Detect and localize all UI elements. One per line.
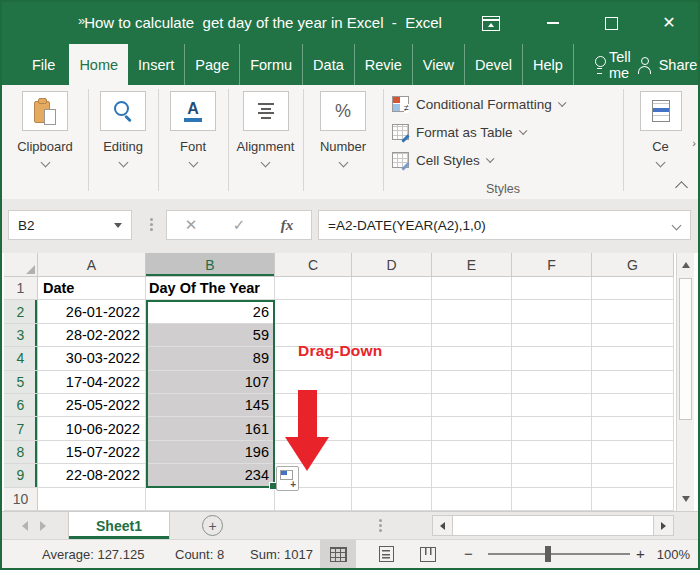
insert-function-button[interactable]: fx [281, 217, 294, 234]
cell-a3[interactable]: 28-02-2022 [38, 324, 146, 347]
cell[interactable] [512, 394, 592, 417]
enter-entry-button[interactable]: ✓ [233, 216, 246, 234]
menu-tab-help[interactable]: Help [522, 44, 574, 85]
cell[interactable] [275, 488, 352, 511]
row-header-5[interactable]: 5 [4, 371, 38, 394]
cell[interactable] [432, 488, 512, 511]
cell[interactable] [352, 464, 432, 487]
cell[interactable] [432, 464, 512, 487]
vertical-scroll-thumb[interactable] [679, 278, 692, 420]
column-header-a[interactable]: A [38, 253, 146, 277]
page-layout-view-button[interactable] [368, 540, 404, 568]
horizontal-scroll-thumb[interactable] [452, 516, 654, 535]
sheet-tab-sheet1[interactable]: Sheet1 [68, 512, 170, 539]
cell[interactable] [592, 371, 674, 394]
column-header-f[interactable]: F [512, 253, 592, 277]
zoom-slider-thumb[interactable] [545, 546, 551, 562]
cell[interactable] [592, 464, 674, 487]
cell[interactable] [512, 300, 592, 323]
zoom-slider[interactable] [488, 553, 630, 555]
cell-a9[interactable]: 22-08-2022 [38, 464, 146, 487]
cell[interactable] [432, 394, 512, 417]
expand-formula-bar-icon[interactable] [672, 221, 682, 231]
cell-a1[interactable]: Date [38, 277, 146, 300]
menu-tab-view[interactable]: View [412, 44, 464, 85]
menu-tab-data[interactable]: Data [302, 44, 354, 85]
cell-b9[interactable]: 234 [146, 464, 275, 487]
page-break-view-button[interactable] [410, 540, 446, 568]
ribbon-group-clipboard[interactable]: Clipboard [2, 85, 88, 199]
conditional-formatting-button[interactable]: ≠ Conditional Formatting [392, 94, 563, 114]
next-sheet-button[interactable] [40, 521, 46, 531]
scroll-up-button[interactable] [677, 255, 694, 275]
cell[interactable] [352, 441, 432, 464]
cell[interactable] [352, 277, 432, 300]
cell[interactable] [432, 300, 512, 323]
row-header-3[interactable]: 3 [4, 324, 38, 347]
zoom-level[interactable]: 100% [644, 547, 690, 562]
cell[interactable] [432, 371, 512, 394]
cell[interactable] [592, 347, 674, 370]
vertical-scrollbar[interactable] [676, 253, 694, 511]
row-header-9[interactable]: 9 [4, 464, 38, 487]
formula-input[interactable]: =A2-DATE(YEAR(A2),1,0) [318, 210, 691, 240]
menu-tab-formulas[interactable]: Formu [239, 44, 302, 85]
add-sheet-button[interactable]: + [202, 515, 223, 536]
cell-b3[interactable]: 59 [146, 324, 275, 347]
cancel-entry-button[interactable]: ✕ [185, 216, 198, 234]
cell-a10[interactable] [38, 488, 146, 511]
cell-a7[interactable]: 10-06-2022 [38, 417, 146, 440]
cell[interactable] [592, 300, 674, 323]
row-header-2[interactable]: 2 [4, 300, 38, 323]
ribbon-group-editing[interactable]: Editing [88, 85, 158, 199]
column-header-g[interactable]: G [592, 253, 674, 277]
cell[interactable] [512, 347, 592, 370]
cell-a8[interactable]: 15-07-2022 [38, 441, 146, 464]
tell-me[interactable]: Tell me [594, 44, 636, 85]
cell[interactable] [275, 277, 352, 300]
menu-tab-insert[interactable]: Insert [128, 44, 184, 85]
column-header-c[interactable]: C [275, 253, 352, 277]
scroll-down-button[interactable] [677, 489, 694, 509]
cell-b1[interactable]: Day Of The Year [146, 277, 275, 300]
cell[interactable] [512, 371, 592, 394]
cell[interactable] [592, 488, 674, 511]
menu-tab-file[interactable]: File [18, 44, 69, 85]
cell[interactable] [432, 277, 512, 300]
cell[interactable] [352, 488, 432, 511]
minimize-button[interactable] [536, 2, 570, 44]
cell-b6[interactable]: 145 [146, 394, 275, 417]
cell[interactable] [432, 324, 512, 347]
menu-tab-developer[interactable]: Devel [464, 44, 522, 85]
cell[interactable] [512, 417, 592, 440]
cell[interactable] [512, 324, 592, 347]
cell[interactable] [592, 277, 674, 300]
cell[interactable] [275, 300, 352, 323]
scroll-right-button[interactable] [654, 516, 673, 535]
row-header-6[interactable]: 6 [4, 394, 38, 417]
cell-b4[interactable]: 89 [146, 347, 275, 370]
row-header-8[interactable]: 8 [4, 441, 38, 464]
menu-tab-page-layout[interactable]: Page [184, 44, 239, 85]
horizontal-scrollbar[interactable] [432, 515, 674, 536]
ribbon-group-font[interactable]: A Font [158, 85, 228, 199]
cell[interactable] [592, 394, 674, 417]
collapse-ribbon-button[interactable] [672, 177, 690, 193]
cell[interactable] [592, 441, 674, 464]
row-header-10[interactable]: 10 [4, 488, 38, 511]
normal-view-button[interactable] [320, 540, 356, 568]
cell-a4[interactable]: 30-03-2022 [38, 347, 146, 370]
format-as-table-button[interactable]: Format as Table [392, 122, 524, 142]
maximize-button[interactable] [594, 2, 628, 44]
cell-a5[interactable]: 17-04-2022 [38, 371, 146, 394]
close-button[interactable]: ✕ [652, 2, 686, 44]
scroll-left-button[interactable] [433, 516, 452, 535]
cell-styles-button[interactable]: Cell Styles [392, 150, 491, 170]
cell[interactable] [352, 371, 432, 394]
menu-tab-review[interactable]: Revie [354, 44, 412, 85]
cell[interactable] [352, 300, 432, 323]
cell[interactable] [432, 347, 512, 370]
ribbon-group-number[interactable]: % Number [303, 85, 383, 199]
cell-b5[interactable]: 107 [146, 371, 275, 394]
share-button[interactable]: Share [636, 44, 698, 85]
